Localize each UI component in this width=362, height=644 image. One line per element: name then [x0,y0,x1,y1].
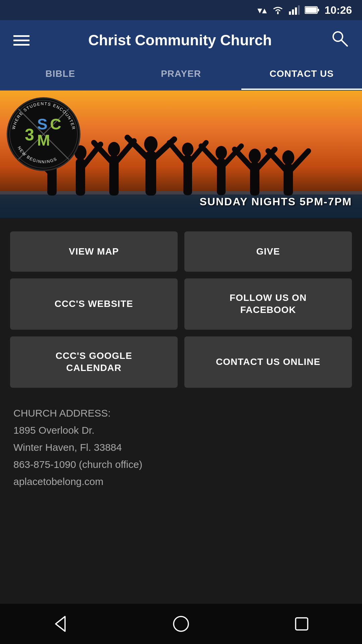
address-section: CHURCH ADDRESS: 1895 Overlook Dr. Winter… [10,405,352,490]
google-calendar-button[interactable]: CCC'S GOOGLE CALENDAR [10,336,178,388]
facebook-button[interactable]: FOLLOW US ON FACEBOOK [184,278,352,330]
church-logo: 3 S C M WHERE STUDENTS ENCOUNTER NEW BEG… [7,97,80,171]
ccc-website-button[interactable]: CCC'S WEBSITE [10,278,178,330]
wifi-icon: ▾▴ [257,5,267,16]
svg-line-9 [341,40,347,46]
svg-rect-3 [295,7,297,15]
menu-button[interactable] [13,35,29,46]
svg-text:M: M [37,131,50,149]
battery-icon [305,6,319,14]
view-map-button[interactable]: VIEW MAP [10,231,178,272]
contact-online-button[interactable]: CONTACT US ONLINE [184,336,352,388]
status-bar: ▾▴ 10:26 [0,0,362,20]
content-area: VIEW MAP GIVE CCC'S WEBSITE FOLLOW US ON… [0,218,362,503]
address-label: CHURCH ADDRESS: [13,408,111,419]
svg-text:C: C [50,115,61,133]
tab-bible[interactable]: BIBLE [0,60,121,90]
svg-point-29 [216,146,227,159]
svg-text:S: S [37,115,48,133]
bottom-nav [0,604,362,644]
svg-marker-50 [56,616,65,631]
address-phone: 863-875-1090 (church office) [13,459,142,470]
svg-rect-7 [305,7,317,13]
tab-bar: BIBLE PRAYER CONTACT US [0,60,362,91]
svg-rect-6 [317,9,319,11]
svg-rect-4 [298,5,300,15]
wifi-icon [272,5,284,15]
address-line2: Winter Haven, Fl. 33884 [13,442,122,453]
svg-point-17 [108,142,120,157]
top-nav: Christ Community Church [0,20,362,60]
app-title: Christ Community Church [29,32,330,49]
svg-point-37 [282,150,294,165]
svg-point-33 [249,149,261,163]
svg-rect-52 [296,618,308,630]
back-button[interactable] [52,615,69,633]
address-website: aplacetobelong.com [13,476,104,487]
action-buttons: VIEW MAP GIVE CCC'S WEBSITE FOLLOW US ON… [10,231,352,388]
svg-point-21 [144,136,158,152]
svg-point-51 [174,616,188,631]
svg-point-0 [277,13,279,14]
address-line1: 1895 Overlook Dr. [13,425,95,436]
tab-prayer[interactable]: PRAYER [121,60,241,90]
svg-point-25 [182,143,193,156]
status-time: 10:26 [324,4,352,16]
svg-rect-1 [289,11,291,15]
svg-rect-2 [292,9,294,15]
hero-section: SUNDAY NIGHTS 5PM-7PM 3 S C M WHERE STUD… [0,91,362,218]
hero-tagline: SUNDAY NIGHTS 5PM-7PM [199,196,352,208]
signal-icon [289,5,300,15]
give-button[interactable]: GIVE [184,231,352,272]
tab-contact[interactable]: CONTACT US [241,60,362,90]
recents-button[interactable] [293,615,310,633]
svg-text:3: 3 [25,125,34,144]
search-button[interactable] [330,29,349,51]
home-button[interactable] [172,615,190,633]
